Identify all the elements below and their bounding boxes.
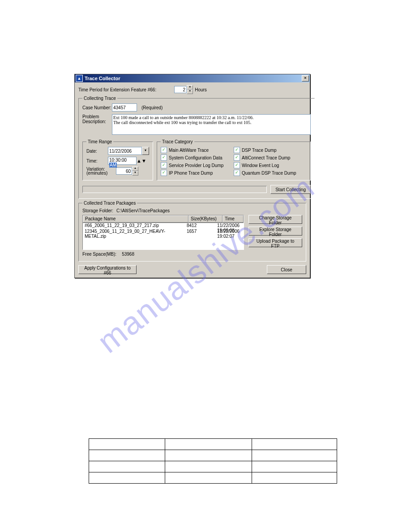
check-icon: ✓ bbox=[161, 154, 167, 161]
case-number-input[interactable] bbox=[112, 103, 137, 112]
case-required: (Required) bbox=[141, 105, 163, 110]
col-size[interactable]: Size(KBytes) bbox=[188, 215, 223, 223]
problem-desc-input[interactable] bbox=[112, 114, 311, 135]
time-period-unit: Hours bbox=[195, 87, 207, 92]
check-icon: ✓ bbox=[161, 162, 167, 168]
date-label: Date: bbox=[86, 149, 108, 154]
table-row bbox=[89, 450, 337, 461]
apply-config-button[interactable]: Apply Configurations to #66 bbox=[78, 265, 137, 274]
checkbox-alticonnect[interactable]: ✓AltiConnect Trace Dump bbox=[234, 154, 307, 161]
storage-folder-label: Storage Folder: bbox=[82, 208, 116, 213]
start-collecting-button[interactable]: Start Collecting bbox=[270, 185, 311, 194]
check-icon: ✓ bbox=[234, 162, 240, 168]
free-space-label: Free Space(MB): bbox=[82, 252, 116, 257]
table-row[interactable]: 12345_2006_11_22_19_00_27_HEAVY-METAL.zi… bbox=[83, 229, 244, 235]
spin-down-icon[interactable]: ▼ bbox=[132, 171, 138, 176]
col-time[interactable]: Time bbox=[223, 215, 244, 223]
upload-ftp-button[interactable]: Upload Package to FTP bbox=[248, 238, 302, 247]
progress-bar bbox=[82, 186, 267, 193]
time-spinner[interactable]: 10:30:00 AM▲▼ bbox=[108, 157, 146, 165]
document-table bbox=[89, 438, 337, 484]
checkbox-ip-phone[interactable]: ✓IP Phone Trace Dump bbox=[161, 170, 234, 176]
change-storage-button[interactable]: Change Storage Folder bbox=[248, 215, 302, 224]
spin-down-icon[interactable]: ▼ bbox=[187, 90, 193, 94]
collecting-legend: Collecting Trace bbox=[82, 96, 117, 101]
col-package-name[interactable]: Package Name bbox=[83, 215, 188, 223]
problem-desc-label: Problem Description: bbox=[82, 114, 112, 124]
time-input[interactable]: 10:30:00 AM bbox=[108, 157, 137, 165]
collecting-trace-group: Collecting Trace Case Number: (Required)… bbox=[78, 96, 315, 199]
date-dropdown[interactable]: ▼ bbox=[108, 147, 149, 155]
check-icon: ✓ bbox=[234, 147, 240, 153]
spin-up-icon[interactable]: ▲ bbox=[132, 167, 138, 171]
time-range-legend: Time Range bbox=[86, 139, 113, 144]
free-space-value: 53968 bbox=[122, 252, 134, 257]
checkbox-dsp-trace[interactable]: ✓DSP Trace Dump bbox=[234, 147, 307, 153]
dropdown-icon[interactable]: ▼ bbox=[142, 147, 149, 155]
table-row bbox=[89, 439, 337, 450]
time-period-label: Time Period for Extension Feature #66: bbox=[78, 87, 156, 92]
storage-folder-value: C:\AltiServ\TracePackages bbox=[116, 208, 170, 213]
time-label: Time: bbox=[86, 159, 108, 163]
trace-category-group: Trace Category ✓Main AltiWare Trace ✓Sys… bbox=[157, 139, 311, 180]
app-icon: ▲ bbox=[76, 75, 83, 82]
variation-spinner[interactable]: ▲▼ bbox=[116, 167, 138, 176]
spin-up-icon[interactable]: ▲ bbox=[137, 158, 141, 163]
checkbox-service-provider[interactable]: ✓Service Provider Log Dump bbox=[161, 162, 234, 168]
titlebar[interactable]: ▲ Trace Collector × bbox=[75, 74, 310, 82]
collected-packages-group: Collected Trace Packages Storage Folder:… bbox=[78, 201, 306, 262]
table-row bbox=[89, 472, 337, 484]
check-icon: ✓ bbox=[161, 147, 167, 153]
time-period-spinner[interactable]: ▲▼ bbox=[174, 85, 193, 94]
trace-collector-dialog: ▲ Trace Collector × Time Period for Exte… bbox=[74, 74, 310, 278]
variation-label: Variation: (eminutes) bbox=[86, 167, 108, 175]
close-icon[interactable]: × bbox=[302, 75, 309, 82]
checkbox-system-config[interactable]: ✓System Configuration Data bbox=[161, 154, 234, 161]
table-row bbox=[89, 461, 337, 472]
trace-category-legend: Trace Category bbox=[161, 139, 194, 144]
case-number-label: Case Number: bbox=[82, 105, 112, 110]
close-button[interactable]: Close bbox=[267, 265, 306, 274]
check-icon: ✓ bbox=[234, 154, 240, 161]
time-range-group: Time Range Date: ▼ Time: 10:30:00 AM▲▼ V… bbox=[82, 139, 153, 180]
checkbox-quantum-dsp[interactable]: ✓Quantum DSP Trace Dump bbox=[234, 170, 307, 176]
explore-storage-button[interactable]: Explore Storage Folder bbox=[248, 227, 302, 236]
packages-table[interactable]: Package Name Size(KBytes) Time #66_2006_… bbox=[82, 215, 244, 250]
table-row[interactable]: #66_2006_11_22_19_03_27_217.zip 8412 11/… bbox=[83, 223, 244, 229]
packages-legend: Collected Trace Packages bbox=[82, 201, 137, 206]
window-title: Trace Collector bbox=[85, 76, 302, 81]
time-period-input[interactable] bbox=[174, 86, 187, 93]
check-icon: ✓ bbox=[161, 170, 167, 176]
check-icon: ✓ bbox=[234, 170, 240, 176]
date-input[interactable] bbox=[108, 147, 142, 155]
spin-down-icon[interactable]: ▼ bbox=[141, 158, 146, 163]
spin-up-icon[interactable]: ▲ bbox=[187, 85, 193, 90]
table-header: Package Name Size(KBytes) Time bbox=[83, 215, 244, 223]
variation-input[interactable] bbox=[116, 167, 132, 175]
checkbox-window-event[interactable]: ✓Window Event Log bbox=[234, 162, 307, 168]
checkbox-main-altiware[interactable]: ✓Main AltiWare Trace bbox=[161, 147, 234, 153]
